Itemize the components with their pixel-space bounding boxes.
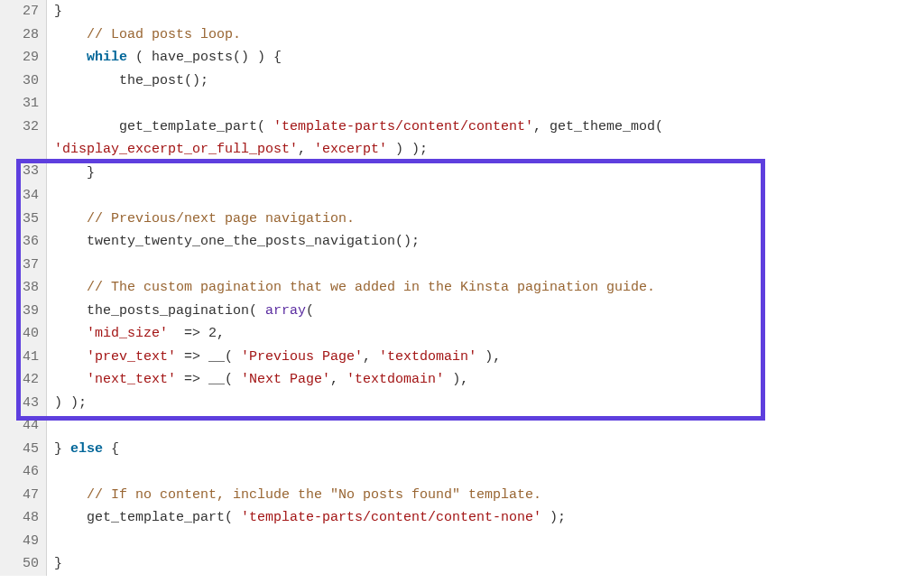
code-line[interactable]: get_template_part( 'template-parts/conte… [54, 116, 924, 139]
comment: // Load posts loop. [87, 27, 241, 42]
code-line[interactable] [54, 414, 924, 438]
code-line[interactable]: the_post(); [54, 69, 924, 93]
string: 'template-parts/content/content-none' [241, 510, 541, 525]
line-number: 39 [0, 300, 39, 323]
keyword: while [87, 50, 127, 65]
code-line[interactable]: // Previous/next page navigation. [54, 208, 924, 231]
code-line[interactable] [54, 530, 924, 553]
code-area[interactable]: } // Load posts loop. while ( have_posts… [47, 0, 924, 576]
line-number: 38 [0, 276, 39, 300]
code-line[interactable]: // Load posts loop. [54, 23, 924, 47]
line-number: 50 [0, 552, 39, 576]
line-number: 35 [0, 208, 39, 231]
string: 'excerpt' [314, 142, 387, 157]
code-line[interactable]: 'mid_size' => 2, [54, 322, 924, 346]
line-number: 43 [0, 392, 39, 415]
string: 'template-parts/content/content' [273, 119, 533, 134]
code-editor[interactable]: 27 28 29 30 31 32 33 34 35 36 37 38 39 4… [0, 0, 924, 576]
string: 'textdomain' [346, 372, 444, 387]
string: 'Next Page' [241, 372, 330, 387]
code-line[interactable] [54, 92, 924, 116]
line-number: 28 [0, 23, 39, 47]
line-number: 36 [0, 230, 39, 254]
code-line[interactable]: } [54, 162, 924, 185]
string: 'mid_size' [87, 326, 168, 341]
code-line[interactable]: 'prev_text' => __( 'Previous Page', 'tex… [54, 346, 924, 369]
line-number: 31 [0, 92, 39, 116]
code-line-wrap[interactable]: 'display_excerpt_or_full_post', 'excerpt… [54, 138, 924, 162]
string: 'prev_text' [87, 349, 176, 365]
keyword: else [70, 441, 103, 457]
string: 'Previous Page' [241, 349, 363, 365]
code-line[interactable] [54, 254, 924, 277]
code-line[interactable]: get_template_part( 'template-parts/conte… [54, 506, 924, 530]
comment: // The custom pagination that we added i… [87, 280, 655, 295]
code-line[interactable]: 'next_text' => __( 'Next Page', 'textdom… [54, 368, 924, 392]
code-line[interactable]: twenty_twenty_one_the_posts_navigation()… [54, 230, 924, 254]
line-number: 44 [0, 414, 39, 438]
string: 'display_excerpt_or_full_post' [54, 142, 298, 157]
comment: // Previous/next page navigation. [87, 211, 355, 227]
code-line[interactable] [54, 184, 924, 208]
line-number: 40 [0, 322, 39, 346]
line-number: 34 [0, 184, 39, 208]
line-number: 41 [0, 346, 39, 369]
code-line[interactable]: } [54, 0, 924, 23]
line-number: 37 [0, 254, 39, 277]
code-line[interactable]: } [54, 552, 924, 576]
line-number: 30 [0, 69, 39, 93]
code-line[interactable]: } else { [54, 438, 924, 461]
brace: } [54, 4, 62, 19]
code-line[interactable]: the_posts_pagination( array( [54, 300, 924, 323]
line-number: 49 [0, 530, 39, 553]
comment: // If no content, include the "No posts … [87, 487, 541, 503]
line-number: 29 [0, 46, 39, 69]
line-number-gutter: 27 28 29 30 31 32 33 34 35 36 37 38 39 4… [0, 0, 47, 576]
line-number: 27 [0, 0, 39, 23]
line-number: 42 [0, 368, 39, 392]
code-line[interactable]: ) ); [54, 392, 924, 415]
line-number: 47 [0, 484, 39, 507]
number: 2 [208, 326, 217, 341]
code-line[interactable]: while ( have_posts() ) { [54, 46, 924, 69]
line-number: 46 [0, 460, 39, 484]
string: 'textdomain' [379, 349, 476, 365]
keyword-array: array [265, 303, 306, 319]
code-line[interactable]: // If no content, include the "No posts … [54, 484, 924, 507]
code-line[interactable]: // The custom pagination that we added i… [54, 276, 924, 300]
line-number: 48 [0, 506, 39, 530]
line-number: 32 [0, 116, 39, 139]
string: 'next_text' [87, 372, 176, 387]
line-number: 33 [0, 138, 39, 184]
line-number: 45 [0, 438, 39, 461]
code-line[interactable] [54, 460, 924, 484]
